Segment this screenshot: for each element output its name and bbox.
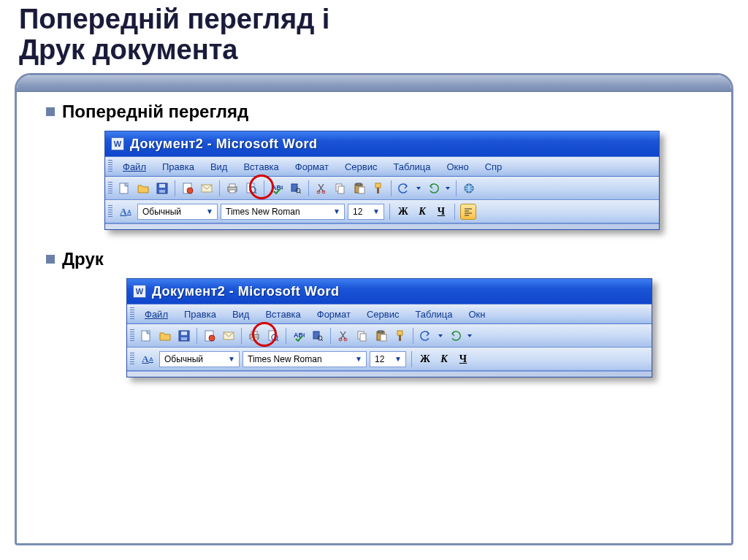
svg-point-36 (209, 335, 215, 341)
titlebar[interactable]: W Документ2 - Microsoft Word (105, 131, 659, 156)
style-aa-icon[interactable]: Aᴀ (139, 351, 156, 367)
font-combo-value: Times New Roman (248, 354, 322, 364)
formatbar-grip-icon[interactable] (130, 353, 134, 366)
font-combo[interactable]: Times New Roman ▼ (221, 204, 345, 220)
menu-tools[interactable]: Сервис (359, 307, 407, 321)
style-combo[interactable]: Обычный ▼ (137, 204, 218, 220)
bullet-print-label: Друк (62, 249, 104, 269)
cut-icon[interactable] (313, 180, 330, 197)
size-combo[interactable]: 12 ▼ (370, 351, 406, 367)
toolbar-grip-icon[interactable] (130, 329, 134, 342)
separator (286, 328, 286, 344)
new-doc-icon[interactable] (137, 327, 155, 345)
menu-view[interactable]: Вид (203, 160, 235, 174)
redo-icon[interactable] (446, 327, 464, 345)
print-icon[interactable] (224, 180, 241, 197)
underline-button[interactable]: Ч (433, 204, 449, 220)
permission-icon[interactable] (201, 327, 218, 345)
menu-window[interactable]: Окно (439, 160, 476, 174)
menu-tools[interactable]: Сервис (337, 160, 385, 174)
underline-button[interactable]: Ч (455, 351, 471, 367)
undo-dropdown-icon[interactable] (414, 180, 423, 197)
menu-edit[interactable]: Правка (155, 160, 202, 174)
copy-icon[interactable] (354, 327, 371, 345)
menubar-grip-icon[interactable] (108, 160, 112, 173)
bullet-square-icon (46, 255, 55, 264)
svg-rect-40 (251, 337, 257, 340)
paste-icon[interactable] (351, 180, 368, 197)
print-icon[interactable] (245, 327, 263, 345)
permission-icon[interactable] (179, 180, 196, 197)
separator (330, 328, 331, 344)
menu-help[interactable]: Спр (478, 160, 510, 174)
redo-icon[interactable] (424, 180, 442, 197)
mail-icon[interactable] (220, 327, 237, 345)
font-combo[interactable]: Times New Roman ▼ (243, 351, 367, 367)
menu-format[interactable]: Формат (310, 307, 358, 321)
undo-dropdown-icon[interactable] (436, 327, 445, 345)
save-disk-icon[interactable] (175, 327, 193, 345)
menu-format[interactable]: Формат (288, 160, 336, 174)
formatbar-grip-icon[interactable] (108, 205, 112, 218)
mail-icon[interactable] (198, 180, 215, 197)
format-painter-icon[interactable] (392, 327, 409, 345)
menu-insert[interactable]: Вставка (258, 307, 308, 321)
bold-button[interactable]: Ж (395, 204, 411, 220)
format-painter-icon[interactable] (370, 180, 387, 197)
menu-window[interactable]: Окн (461, 307, 492, 321)
separator (389, 204, 390, 220)
toolbar-grip-icon[interactable] (108, 182, 112, 195)
formatting-toolbar: Aᴀ Обычный ▼ Times New Roman ▼ 12 ▼ Ж К … (127, 348, 652, 371)
menubar: Файл Правка Вид Вставка Формат Сервис Та… (127, 304, 652, 324)
new-doc-icon[interactable] (115, 180, 133, 197)
bullet-print: Друк (46, 249, 702, 269)
menu-table[interactable]: Таблица (408, 307, 459, 321)
print-preview-icon[interactable] (264, 327, 282, 345)
menu-file[interactable]: Файл (137, 307, 175, 321)
bold-button[interactable]: Ж (417, 351, 433, 367)
menu-view[interactable]: Вид (225, 307, 257, 321)
spelling-icon[interactable]: ABC (290, 327, 308, 345)
align-left-icon[interactable] (460, 204, 476, 220)
research-icon[interactable] (309, 327, 327, 345)
svg-rect-14 (291, 184, 297, 191)
svg-rect-23 (359, 187, 365, 193)
svg-rect-56 (399, 335, 401, 341)
menu-insert[interactable]: Вставка (236, 160, 286, 174)
svg-line-43 (277, 340, 278, 341)
size-combo[interactable]: 12 ▼ (348, 204, 384, 220)
menu-edit[interactable]: Правка (177, 307, 224, 321)
menubar-grip-icon[interactable] (130, 307, 134, 321)
menu-table[interactable]: Таблица (386, 160, 438, 174)
redo-dropdown-icon[interactable] (443, 180, 452, 197)
copy-icon[interactable] (332, 180, 349, 197)
scroll-track[interactable] (127, 371, 652, 377)
svg-text:ABC: ABC (272, 184, 283, 191)
italic-button[interactable]: К (436, 351, 452, 367)
size-combo-value: 12 (353, 207, 362, 217)
undo-icon[interactable] (395, 180, 413, 197)
research-icon[interactable] (287, 180, 305, 197)
spelling-icon[interactable]: ABC (268, 180, 286, 197)
titlebar[interactable]: W Документ2 - Microsoft Word (127, 279, 652, 304)
bullet-square-icon (46, 107, 55, 116)
menu-file[interactable]: Файл (115, 160, 153, 174)
hyperlink-icon[interactable] (460, 180, 478, 197)
undo-icon[interactable] (417, 327, 435, 345)
open-folder-icon[interactable] (156, 327, 174, 345)
title-line-2: Друк документа (19, 34, 237, 65)
scroll-track[interactable] (105, 223, 659, 229)
style-aa-icon[interactable]: Aᴀ (117, 204, 134, 220)
separator (456, 180, 457, 196)
svg-rect-33 (181, 331, 187, 335)
print-preview-icon[interactable] (243, 180, 260, 197)
separator (219, 180, 220, 196)
open-folder-icon[interactable] (134, 180, 152, 197)
save-disk-icon[interactable] (153, 180, 171, 197)
style-combo[interactable]: Обычный ▼ (159, 351, 240, 367)
paste-icon[interactable] (373, 327, 390, 345)
italic-button[interactable]: К (414, 204, 430, 220)
separator (413, 328, 413, 344)
redo-dropdown-icon[interactable] (465, 327, 474, 345)
cut-icon[interactable] (335, 327, 352, 345)
